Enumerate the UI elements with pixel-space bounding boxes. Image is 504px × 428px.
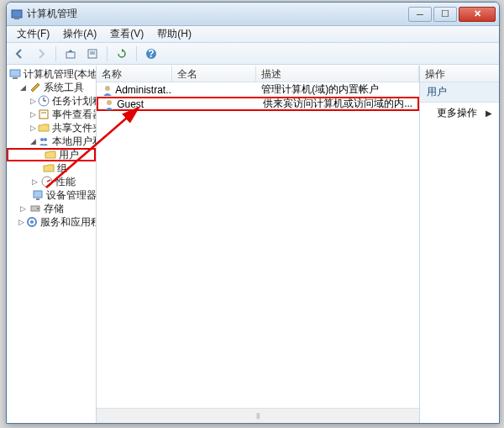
svg-point-26 <box>107 100 112 105</box>
performance-icon <box>40 175 54 188</box>
actions-section: 用户 <box>420 82 499 103</box>
tree-system-tools[interactable]: ◢ 系统工具 <box>7 81 96 94</box>
col-fullname[interactable]: 全名 <box>172 66 256 82</box>
tree-local-users[interactable]: ◢ 本地用户和组 <box>7 135 96 148</box>
refresh-button[interactable] <box>113 45 131 63</box>
user-icon <box>102 84 113 96</box>
titlebar[interactable]: 计算机管理 ─ ☐ ✕ <box>7 3 499 26</box>
back-button[interactable] <box>10 45 29 63</box>
tree-storage[interactable]: ▷ 存储 <box>7 202 96 215</box>
folder-icon <box>42 161 55 175</box>
svg-rect-0 <box>12 10 22 18</box>
svg-point-16 <box>44 138 47 141</box>
menu-action[interactable]: 操作(A) <box>56 25 103 43</box>
help-button[interactable]: ? <box>142 45 160 63</box>
toolbar-separator <box>136 46 137 61</box>
tree-pane[interactable]: 计算机管理(本地) ◢ 系统工具 ▷ 任务计划程序 ▷ 事件查看器 ▷ 共享文件… <box>7 66 97 423</box>
tree-event-viewer[interactable]: ▷ 事件查看器 <box>7 108 96 121</box>
svg-rect-2 <box>66 52 75 58</box>
list-header: 名称 全名 描述 <box>97 66 419 82</box>
tree-root[interactable]: 计算机管理(本地) <box>7 67 96 81</box>
tree-users[interactable]: 用户 <box>7 148 96 161</box>
computer-icon <box>8 67 22 81</box>
actions-more[interactable]: 更多操作 ▶ <box>420 103 499 124</box>
forward-button[interactable] <box>32 45 50 63</box>
storage-icon <box>29 202 42 215</box>
clock-icon <box>37 94 50 108</box>
maximize-button[interactable]: ☐ <box>433 7 457 22</box>
toolbar-separator <box>107 46 108 61</box>
menubar: 文件(F) 操作(A) 查看(V) 帮助(H) <box>7 26 499 43</box>
list-pane[interactable]: 名称 全名 描述 Administrat... 管理计算机(域)的内置帐户 Gu… <box>97 66 420 423</box>
tree-services[interactable]: ▷ 服务和应用程序 <box>7 215 96 229</box>
expand-icon[interactable]: ▷ <box>30 97 36 106</box>
folder-share-icon <box>37 121 50 135</box>
event-icon <box>37 108 50 121</box>
user-name: Administrat... <box>115 84 172 96</box>
svg-point-25 <box>105 86 110 91</box>
window-title: 计算机管理 <box>27 7 408 21</box>
app-icon <box>10 8 24 21</box>
svg-rect-20 <box>36 198 39 200</box>
actions-more-label: 更多操作 <box>437 106 477 120</box>
tree-device-manager[interactable]: 设备管理器 <box>7 188 96 202</box>
collapse-icon[interactable]: ◢ <box>18 83 28 92</box>
chevron-right-icon: ▶ <box>486 108 492 118</box>
svg-rect-13 <box>39 110 48 119</box>
toolbar: ? <box>7 43 499 65</box>
up-button[interactable] <box>61 45 80 63</box>
menu-help[interactable]: 帮助(H) <box>150 25 198 43</box>
svg-rect-1 <box>14 18 19 19</box>
toolbar-separator <box>55 46 56 61</box>
folder-icon <box>44 148 57 161</box>
col-description[interactable]: 描述 <box>256 66 419 82</box>
list-row-administrator[interactable]: Administrat... 管理计算机(域)的内置帐户 <box>97 82 419 97</box>
menu-file[interactable]: 文件(F) <box>10 25 56 43</box>
svg-rect-9 <box>13 77 18 79</box>
svg-point-24 <box>30 220 34 224</box>
services-icon <box>25 215 39 229</box>
users-group-icon <box>37 135 50 148</box>
col-name[interactable]: 名称 <box>97 66 172 82</box>
tree-shared-folders[interactable]: ▷ 共享文件夹 <box>7 121 96 135</box>
list-scrollbar[interactable]: ⫴ <box>97 408 419 423</box>
menu-view[interactable]: 查看(V) <box>103 25 150 43</box>
user-name: Guest <box>117 98 144 110</box>
user-description: 供来宾访问计算机或访问域的内... <box>258 97 417 111</box>
computer-management-window: 计算机管理 ─ ☐ ✕ 文件(F) 操作(A) 查看(V) 帮助(H) ? 计算… <box>6 2 500 424</box>
tree-groups[interactable]: 组 <box>7 161 96 175</box>
tree-task-scheduler[interactable]: ▷ 任务计划程序 <box>7 94 96 108</box>
svg-point-15 <box>40 138 44 141</box>
expand-icon[interactable]: ▷ <box>18 218 24 227</box>
actions-pane: 操作 用户 更多操作 ▶ <box>420 66 499 423</box>
scroll-indicator: ⫴ <box>256 411 260 421</box>
properties-button[interactable] <box>83 45 102 63</box>
actions-header: 操作 <box>420 66 499 82</box>
minimize-button[interactable]: ─ <box>408 7 432 22</box>
device-icon <box>31 188 45 202</box>
user-description: 管理计算机(域)的内置帐户 <box>256 82 419 97</box>
expand-icon[interactable]: ▷ <box>30 124 36 133</box>
tools-icon <box>29 81 42 94</box>
svg-rect-19 <box>34 191 42 198</box>
expand-icon[interactable]: ▷ <box>30 177 39 187</box>
close-button[interactable]: ✕ <box>459 7 496 22</box>
list-row-guest[interactable]: Guest 供来宾访问计算机或访问域的内... <box>97 97 419 111</box>
user-icon <box>103 98 115 110</box>
tree-performance[interactable]: ▷ 性能 <box>7 175 96 188</box>
svg-text:?: ? <box>148 48 154 60</box>
svg-point-22 <box>37 208 39 209</box>
svg-rect-8 <box>10 70 20 77</box>
content-area: 计算机管理(本地) ◢ 系统工具 ▷ 任务计划程序 ▷ 事件查看器 ▷ 共享文件… <box>7 65 499 423</box>
expand-icon[interactable]: ▷ <box>30 110 36 119</box>
window-controls: ─ ☐ ✕ <box>408 7 496 22</box>
collapse-icon[interactable]: ◢ <box>30 137 36 146</box>
expand-icon[interactable]: ▷ <box>18 204 28 214</box>
